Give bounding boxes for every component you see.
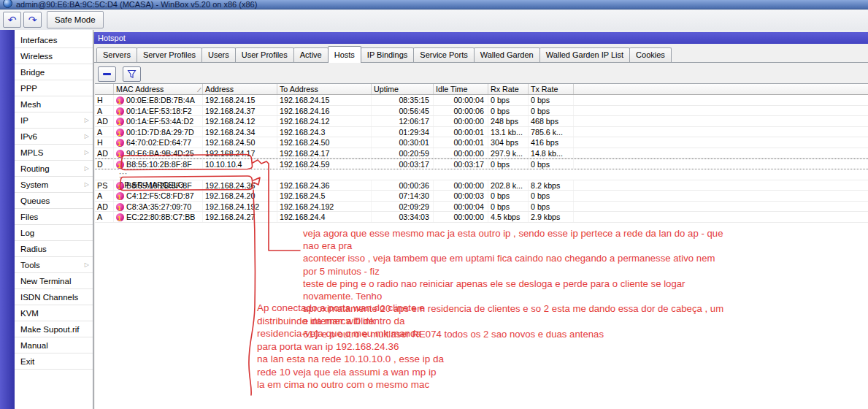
column-header-flags[interactable]: [95, 84, 114, 94]
undo-button[interactable]: ↶: [3, 12, 21, 28]
sidebar-item-mpls[interactable]: MPLS▷: [15, 145, 93, 161]
rx-rate-cell: 4.5 kbps: [488, 212, 529, 222]
mac-cell: 00:1A:EF:53:18:F2: [114, 106, 203, 116]
sidebar-item-wireless[interactable]: Wireless: [15, 48, 93, 64]
sidebar-item-interfaces[interactable]: Interfaces: [15, 32, 93, 48]
sidebar-item-ppp[interactable]: PPP: [15, 80, 93, 96]
column-header-mac-address[interactable]: MAC Address⁄: [114, 84, 203, 94]
hotspot-toolbar: [94, 63, 868, 83]
idle-time-cell: 00:00:06: [434, 106, 488, 116]
sidebar-item-tools[interactable]: Tools▷: [15, 257, 93, 273]
host-icon: [116, 139, 124, 147]
tx-rate-cell: 416 bps: [529, 137, 574, 148]
sidebar-item-new-terminal[interactable]: New Terminal: [15, 273, 93, 289]
sidebar-item-ipv6[interactable]: IPv6▷: [15, 129, 93, 145]
mac-cell: B8:55:10:2B:8F:8F: [114, 180, 203, 191]
rx-rate-cell: 0 bps: [488, 191, 529, 201]
host-icon: [116, 129, 124, 137]
sidebar-item-manual[interactable]: Manual: [15, 337, 93, 353]
host-icon: [116, 203, 124, 211]
flags-cell: D: [95, 159, 114, 169]
uptime-cell: 12:06:17: [372, 116, 434, 126]
sidebar-item-radius[interactable]: Radius: [15, 241, 93, 257]
sidebar-item-queues[interactable]: Queues: [15, 193, 93, 209]
tab-hosts[interactable]: Hosts: [328, 46, 361, 63]
rx-rate-cell: 297.9 k...: [488, 148, 529, 158]
hotspot-titlebar[interactable]: Hotspot: [94, 32, 868, 44]
rx-rate-cell: 0 bps: [488, 95, 529, 105]
sidebar-item-make-supout-rif[interactable]: Make Supout.rif: [15, 321, 93, 337]
sidebar-item-system[interactable]: System▷: [15, 177, 93, 193]
tab-cookies[interactable]: Cookies: [629, 47, 672, 62]
sidebar-item-label: IPv6: [20, 132, 37, 141]
tab-active[interactable]: Active: [293, 47, 329, 62]
rx-rate-cell: 0 bps: [488, 159, 529, 169]
comment-row[interactable]: ::: AP-SR-MARCELO: [95, 169, 868, 180]
host-row[interactable]: AD90:E6:BA:9B:4D:25192.168.24.17192.168.…: [95, 148, 868, 159]
host-row[interactable]: AEC:22:80:8B:C7:BB192.168.24.27192.168.2…: [95, 212, 868, 223]
tab-user-profiles[interactable]: User Profiles: [235, 47, 294, 62]
sidebar-item-ip[interactable]: IP▷: [15, 112, 93, 129]
host-row[interactable]: A00:1A:EF:53:18:F2192.168.24.37192.168.2…: [95, 106, 868, 117]
tab-walled-garden[interactable]: Walled Garden: [474, 47, 540, 62]
redo-button[interactable]: ↷: [23, 12, 42, 28]
flags-cell: H: [95, 137, 114, 148]
tab-server-profiles[interactable]: Server Profiles: [137, 47, 202, 62]
sidebar-item-label: PPP: [20, 84, 37, 93]
tab-servers[interactable]: Servers: [96, 47, 137, 62]
column-header-address[interactable]: Address: [203, 84, 277, 94]
remove-button[interactable]: [98, 66, 116, 82]
window-titlebar: admin@90:E6:BA:9C:5C:D4 (MCASA) - WinBox…: [0, 0, 868, 9]
host-row[interactable]: H64:70:02:ED:64:77192.168.24.50192.168.2…: [95, 137, 868, 148]
column-header-tx-rate[interactable]: Tx Rate: [529, 84, 574, 94]
host-row[interactable]: AC4:12:F5:C8:FD:87192.168.24.20192.168.2…: [95, 191, 868, 202]
flags-cell: AD: [95, 148, 114, 158]
idle-time-cell: 00:03:17: [434, 159, 488, 169]
sidebar-item-label: ISDN Channels: [20, 293, 78, 302]
host-row[interactable]: H00:0E:E8:DB:7B:4A192.168.24.15192.168.2…: [95, 95, 868, 106]
sidebar-item-bridge[interactable]: Bridge: [15, 64, 93, 80]
sidebar-item-files[interactable]: Files: [15, 209, 93, 225]
sidebar-item-label: Log: [20, 229, 34, 237]
host-row[interactable]: ADC8:3A:35:27:09:70192.168.24.192192.168…: [95, 202, 868, 213]
address-cell: 192.168.24.17: [203, 148, 277, 158]
tx-rate-cell: 14.8 kb...: [529, 148, 574, 158]
address-cell: 192.168.24.192: [203, 202, 277, 212]
host-row[interactable]: AD00:1A:EF:53:4A:D2192.168.24.12192.168.…: [95, 116, 868, 127]
tab-service-ports[interactable]: Service Ports: [413, 47, 474, 62]
sidebar-item-isdn-channels[interactable]: ISDN Channels: [15, 289, 93, 305]
to-address-cell: 192.168.24.12: [277, 116, 372, 126]
safe-mode-button[interactable]: Safe Mode: [47, 11, 104, 28]
host-row[interactable]: A00:1D:7D:8A:29:7D192.168.24.34192.168.2…: [95, 127, 868, 138]
column-header-rx-rate[interactable]: Rx Rate: [488, 84, 529, 94]
sidebar-item-label: Exit: [20, 357, 34, 366]
flags-cell: PS: [95, 180, 114, 191]
flags-cell: A: [95, 127, 114, 137]
address-cell: 192.168.24.27: [203, 212, 277, 222]
hotspot-title: Hotspot: [98, 34, 126, 42]
mac-cell: 00:1D:7D:8A:29:7D: [114, 127, 203, 137]
flags-cell: H: [95, 95, 114, 105]
sidebar-item-exit[interactable]: Exit: [15, 353, 93, 370]
column-header-idle-time[interactable]: Idle Time: [434, 84, 488, 94]
winbox-app-icon: [3, 0, 12, 8]
sidebar-item-log[interactable]: Log: [15, 225, 93, 241]
uptime-cell: 01:29:34: [372, 127, 434, 137]
tab-ip-bindings[interactable]: IP Bindings: [361, 47, 414, 62]
sidebar-item-routing[interactable]: Routing▷: [15, 161, 93, 177]
sidebar-item-mesh[interactable]: Mesh: [15, 96, 93, 112]
to-address-cell: 192.168.24.5: [277, 191, 372, 201]
sidebar-item-kvm[interactable]: KVM: [15, 305, 93, 321]
tx-rate-cell: 468 bps: [529, 116, 574, 126]
filter-button[interactable]: [123, 66, 141, 82]
flags-cell: AD: [95, 202, 114, 212]
tab-walled-garden-ip-list[interactable]: Walled Garden IP List: [539, 47, 630, 62]
column-header-to-address[interactable]: To Address: [277, 84, 372, 94]
tab-users[interactable]: Users: [201, 47, 236, 62]
host-row[interactable]: DB8:55:10:2B:8F:8F10.10.10.4192.168.24.5…: [95, 158, 868, 169]
idle-time-cell: 00:00:04: [434, 95, 488, 105]
column-header-uptime[interactable]: Uptime: [372, 84, 434, 94]
submenu-arrow-icon: ▷: [85, 129, 89, 145]
uptime-cell: 00:56:45: [372, 106, 434, 116]
host-row[interactable]: PSB8:55:10:2B:8F:8F192.168.24.36192.168.…: [95, 180, 868, 191]
